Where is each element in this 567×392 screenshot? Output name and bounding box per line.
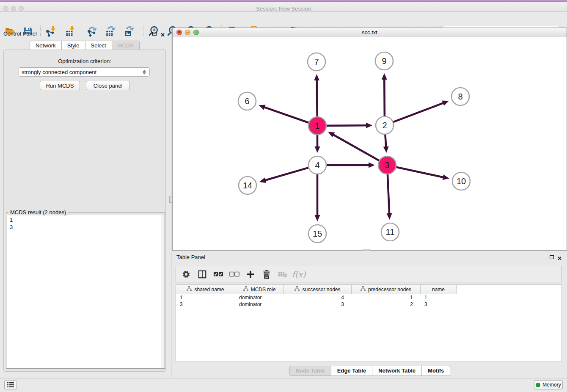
column-header-label: successor nodes (302, 287, 340, 293)
graph-node-1[interactable]: 1 (308, 117, 326, 135)
arrowhead-icon (383, 146, 389, 153)
hierarchy-icon (187, 286, 192, 293)
table-cell: 4 (284, 294, 352, 301)
arrowhead-icon (314, 74, 319, 80)
arrowhead-icon (369, 163, 375, 168)
table-row[interactable]: 3dominator323 (176, 301, 561, 308)
memory-button[interactable]: Memory (534, 380, 563, 389)
graph-edge-2-3[interactable] (385, 135, 386, 147)
table-body: 1dominator4113dominator323 (176, 294, 561, 308)
table-panel-close-button[interactable]: ✕ (557, 254, 563, 260)
column-header-shared-name[interactable]: shared name (176, 285, 235, 294)
gear-icon[interactable] (181, 269, 191, 279)
tab-edge-table[interactable]: Edge Table (331, 366, 372, 376)
function-builder-icon: f(x) (294, 269, 304, 279)
table-cell: 3 (176, 301, 235, 308)
svg-text:14: 14 (243, 181, 252, 190)
graph-node-9[interactable]: 9 (375, 52, 393, 70)
list-icon (7, 382, 14, 388)
column-header-label: shared name (194, 287, 224, 293)
task-history-button[interactable] (4, 380, 17, 389)
graph-node-15[interactable]: 15 (308, 225, 326, 243)
result-line: 1 (10, 216, 164, 224)
export-table-icon[interactable] (105, 25, 116, 37)
delete-column-icon[interactable] (261, 269, 272, 279)
run-mcds-button[interactable]: Run MCDS (40, 81, 80, 90)
arrowhead-icon (387, 213, 392, 220)
graph-edge-1-2[interactable] (327, 125, 367, 126)
tab-motifs[interactable]: Motifs (422, 366, 450, 376)
column-header-predecessor-nodes[interactable]: predecessor nodes (352, 285, 421, 294)
deselect-all-icon[interactable] (229, 269, 239, 279)
table-row[interactable]: 1dominator411 (176, 294, 561, 301)
graph-node-2[interactable]: 2 (376, 116, 394, 134)
app-titlebar: Session: New Session (0, 2, 567, 12)
hierarchy-icon (361, 286, 366, 293)
column-header-successor-nodes[interactable]: successor nodes (284, 285, 352, 294)
column-header-mcds-role[interactable]: MCDS role (235, 285, 284, 294)
column-header-label: name (432, 287, 445, 293)
export-network-icon[interactable] (86, 25, 98, 37)
result-scrollbar[interactable] (161, 215, 164, 368)
column-header-name[interactable]: name (421, 285, 457, 294)
select-all-icon[interactable] (213, 269, 223, 279)
graph-edge-3-1[interactable] (333, 135, 379, 161)
add-column-icon[interactable] (245, 269, 256, 279)
tab-node-table[interactable]: Node Table (289, 366, 331, 376)
graph-node-3[interactable]: 3 (378, 156, 396, 174)
graph-node-6[interactable]: 6 (238, 92, 256, 110)
tab-network-table[interactable]: Network Table (372, 366, 422, 376)
mcds-result-list[interactable]: 13 (7, 215, 164, 368)
graph-edge-2-8[interactable] (394, 103, 444, 122)
column-selector-icon[interactable] (197, 269, 207, 279)
arrowhead-icon (315, 146, 320, 153)
main-toolbar (0, 12, 567, 26)
table-cell: 1 (421, 294, 457, 301)
graph-edge-1-6[interactable] (264, 107, 309, 123)
arrowhead-icon (315, 215, 320, 221)
table-panel-float-button[interactable] (550, 254, 555, 260)
svg-text:10: 10 (457, 177, 466, 186)
control-panel-title: Control Panel (3, 30, 37, 37)
session-title: Session: New Session (0, 6, 567, 12)
optimization-criterion-select[interactable]: strongly connected component (19, 67, 150, 77)
graph-edge-4-14[interactable] (264, 168, 308, 180)
node-table[interactable]: shared nameMCDS rolesuccessor nodesprede… (176, 284, 562, 362)
graph-node-14[interactable]: 14 (239, 177, 256, 194)
import-table-icon[interactable] (64, 25, 76, 37)
hierarchy-icon (243, 286, 248, 293)
graph-node-7[interactable]: 7 (308, 53, 325, 71)
arrowhead-icon (366, 123, 372, 128)
float-icon (152, 32, 157, 36)
table-panel-title: Table Panel (176, 254, 205, 260)
status-bar (0, 378, 567, 392)
table-cell: 3 (284, 301, 352, 308)
control-panel-float-button[interactable] (152, 31, 158, 36)
close-panel-button[interactable]: Close panel (86, 81, 130, 90)
network-window-title: scc.txt (172, 29, 567, 36)
toolbar-separator (143, 25, 143, 36)
arrowhead-icon (259, 177, 266, 182)
svg-text:8: 8 (458, 92, 462, 101)
svg-text:7: 7 (314, 57, 319, 66)
control-panel-close-button[interactable]: ✕ (160, 31, 166, 36)
network-canvas[interactable]: 7968124314101511 (173, 38, 567, 249)
graph-edge-1-7[interactable] (317, 80, 317, 116)
arrowhead-icon (442, 101, 449, 106)
toolbar-separator (82, 25, 82, 36)
graph-node-10[interactable]: 10 (452, 172, 470, 190)
arrowhead-icon (443, 174, 449, 180)
graph-edge-3-10[interactable] (396, 167, 443, 177)
svg-text:2: 2 (382, 121, 387, 130)
graph-node-4[interactable]: 4 (308, 156, 326, 174)
graph-node-11[interactable]: 11 (381, 223, 399, 241)
memory-status-dot (536, 383, 540, 387)
table-cell: 3 (421, 301, 457, 308)
network-resize-grip[interactable] (363, 249, 370, 251)
graph-edge-3-11[interactable] (388, 174, 389, 214)
import-network-icon[interactable] (45, 25, 57, 37)
mcds-result-title: MCDS result (2 nodes) (8, 209, 68, 215)
graph-edge-2-9[interactable] (384, 79, 385, 116)
graph-node-8[interactable]: 8 (451, 88, 469, 105)
export-image-icon[interactable] (123, 25, 135, 37)
